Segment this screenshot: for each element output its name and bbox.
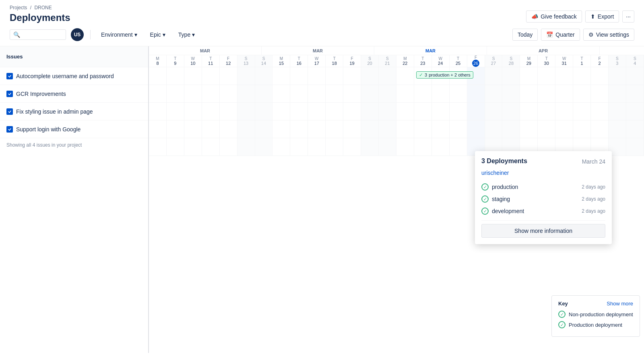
grid-cell — [609, 67, 626, 85]
grid-cell — [502, 67, 520, 85]
today-button[interactable]: Today — [512, 29, 538, 41]
day-cell: T9 — [167, 55, 184, 67]
deploy-name: development — [492, 208, 524, 214]
deploy-left: ✓ staging — [481, 195, 510, 203]
day-of-month: 20 — [367, 61, 372, 66]
issues-header: Issues — [0, 46, 148, 67]
grid-cell — [220, 85, 237, 102]
grid-row — [149, 103, 644, 120]
type-filter[interactable]: Type ▾ — [174, 29, 199, 40]
legend-item: ✓ Production deployment — [558, 321, 633, 328]
day-of-week: T — [581, 56, 583, 61]
grid-cell — [255, 67, 273, 85]
grid-cell — [432, 138, 450, 156]
grid-cell — [591, 120, 609, 138]
issue-row[interactable]: Fix styling issue in admin page — [0, 103, 148, 120]
show-more-info-button[interactable]: Show more information — [481, 224, 605, 238]
breadcrumb: Projects / DRONE — [10, 5, 70, 10]
search-box[interactable]: 🔍 — [10, 29, 66, 40]
grid-cell — [361, 120, 379, 138]
month-label: MAR — [262, 46, 374, 55]
project-link[interactable]: DRONE — [34, 5, 52, 10]
grid-cell — [308, 85, 326, 102]
deployment-badge[interactable]: ✓ 3 production + 2 others — [416, 71, 473, 79]
grid-cell — [326, 138, 343, 156]
toolbar-right: Today 📅 Quarter ⚙ View settings — [512, 29, 634, 41]
key-title: Key — [558, 301, 568, 307]
issue-row[interactable]: Support login with Google — [0, 120, 148, 138]
grid-cell — [149, 103, 167, 120]
grid-cell — [467, 85, 485, 102]
day-cell: S3 — [609, 55, 626, 67]
grid-cell — [626, 67, 644, 85]
grid-cell — [361, 138, 379, 156]
legend-items: ✓ Non-production deployment ✓ Production… — [558, 311, 633, 328]
day-of-month: 31 — [562, 61, 567, 66]
grid-cell — [520, 85, 538, 102]
day-of-week: T — [209, 56, 212, 61]
grid-cell — [626, 85, 644, 102]
type-label: Type — [178, 31, 190, 38]
grid-cell — [396, 67, 414, 85]
issue-checkbox — [6, 108, 13, 115]
day-cell: F12 — [220, 55, 237, 67]
search-input[interactable] — [23, 31, 62, 38]
key-header: Key Show more — [558, 301, 633, 307]
day-of-month: 24 — [438, 61, 443, 66]
calendar-header: MARMARMARAPR M8T9W10T11F12S13S14M15T16W1… — [149, 46, 644, 67]
grid-cell — [591, 85, 609, 102]
grid-cell — [538, 67, 555, 85]
popup-divider — [481, 220, 605, 221]
epic-filter[interactable]: Epic ▾ — [146, 29, 169, 40]
grid-cell — [202, 138, 220, 156]
checkmark-icon — [8, 110, 12, 114]
day-of-week: M — [527, 56, 530, 61]
grid-cell — [149, 67, 167, 85]
day-cell: T23 — [414, 55, 432, 67]
projects-link[interactable]: Projects — [10, 5, 27, 10]
checkmark-icon — [8, 127, 12, 131]
chevron-down-icon: ▾ — [163, 31, 165, 38]
grid-cell — [202, 103, 220, 120]
grid-cell — [308, 138, 326, 156]
grid-cell — [255, 85, 273, 102]
key-show-more[interactable]: Show more — [607, 301, 633, 307]
deploy-name: staging — [492, 196, 510, 202]
deploy-left: ✓ production — [481, 183, 518, 191]
deployment-item: ✓ staging 2 days ago — [481, 193, 605, 205]
day-of-month: 16 — [297, 61, 301, 66]
grid-cell — [379, 103, 396, 120]
issue-text: GCR Improvements — [16, 91, 66, 97]
issue-row[interactable]: GCR Improvements — [0, 85, 148, 103]
day-cell: W31 — [555, 55, 573, 67]
grid-cell — [573, 85, 591, 102]
grid-cell — [326, 67, 343, 85]
day-of-month: 28 — [509, 61, 514, 66]
grid-body: ✓ 3 production + 2 others — [149, 67, 644, 156]
environment-label: Environment — [101, 31, 133, 38]
grid-cell — [450, 85, 467, 102]
more-button[interactable]: ··· — [622, 10, 634, 23]
grid-cell — [361, 67, 379, 85]
day-cell: S28 — [502, 55, 520, 67]
check-icon: ✓ — [419, 72, 423, 78]
grid-cell — [326, 85, 343, 102]
grid-cell — [308, 120, 326, 138]
popup-header: 3 Deployments March 24 — [475, 151, 612, 170]
day-cell: W10 — [184, 55, 202, 67]
grid-cell — [573, 120, 591, 138]
day-cell: T25 — [450, 55, 467, 67]
calendar-scroll[interactable]: MARMARMARAPR M8T9W10T11F12S13S14M15T16W1… — [149, 46, 644, 353]
day-of-week: S — [245, 56, 248, 61]
issues-list: Autocomplete username and password GCR I… — [0, 67, 148, 138]
grid-cell — [255, 120, 273, 138]
feedback-button[interactable]: 📣 Give feedback — [526, 10, 582, 23]
export-button[interactable]: ⬆ Export — [585, 10, 619, 23]
issue-row[interactable]: Autocomplete username and password — [0, 67, 148, 85]
popup-user[interactable]: urischeiner — [481, 170, 605, 176]
breadcrumb-separator: / — [30, 5, 31, 10]
environment-filter[interactable]: Environment ▾ — [97, 29, 141, 40]
day-of-month: 10 — [190, 61, 195, 66]
view-settings-button[interactable]: ⚙ View settings — [583, 29, 634, 41]
quarter-button[interactable]: 📅 Quarter — [541, 29, 580, 41]
